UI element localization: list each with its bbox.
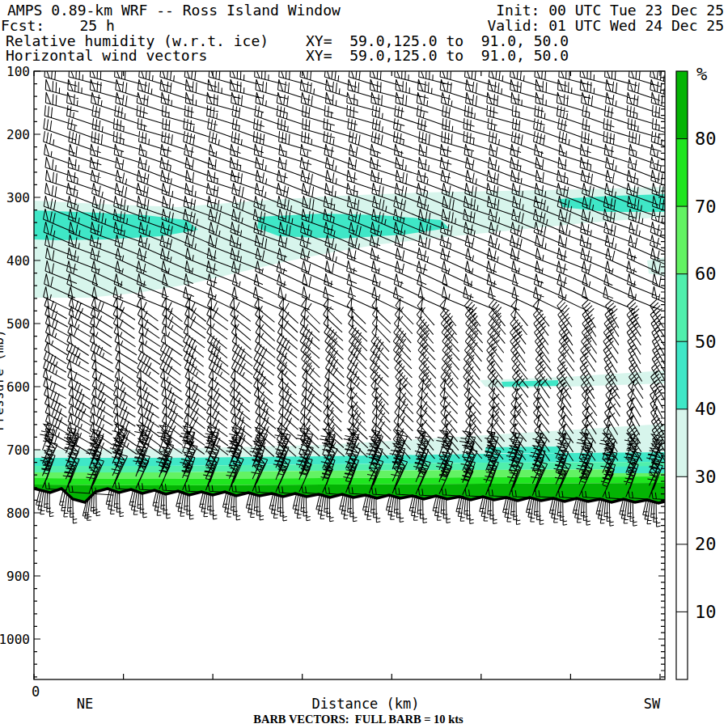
colorbar-segment [676, 341, 688, 409]
y-tick-label: 600 [6, 379, 30, 395]
colorbar-tick-label: 30 [695, 467, 717, 487]
axes-layer: 1002003004005006007008009001000 [0, 64, 665, 680]
y-tick-label: 700 [6, 442, 30, 458]
y-tick-label: 1000 [0, 632, 30, 647]
model-title: AMPS 0.89-km WRF -- Ross Island Window [7, 2, 341, 19]
y-tick-label: 200 [6, 127, 30, 142]
colorbar-tick-label: 80 [695, 129, 717, 149]
y-tick-label: 900 [6, 569, 30, 584]
pressure-axis-label: Pressure (mb) [0, 329, 6, 430]
colorbar-segment [676, 274, 688, 342]
colorbar-segment [676, 409, 688, 477]
footer-block: 0 NE Distance (km) SW BARB VECTORS: FULL… [32, 684, 661, 726]
init-time: Init: 00 UTC Tue 23 Dec 25 [496, 2, 724, 19]
colorbar-tick-label: 70 [695, 197, 717, 217]
colorbar-segment [676, 544, 688, 612]
axis-ticks [34, 71, 665, 679]
y-tick-label: 400 [6, 253, 30, 269]
y-tick-label: 800 [6, 506, 30, 521]
y-tick-label: 100 [6, 64, 30, 79]
colorbar-unit-label: % [696, 64, 707, 84]
forecast-hour: Fcst: 25 h [1, 17, 115, 34]
plot-frame [34, 71, 665, 679]
x-origin-tick-label: 0 [32, 684, 40, 700]
colorbar-tick-label: 50 [695, 332, 717, 352]
colorbar-tick-label: 40 [695, 399, 717, 419]
right-end-label: SW [644, 696, 661, 712]
y-tick-label: 300 [6, 190, 30, 205]
amps-wrf-cross-section-plot: AMPS 0.89-km WRF -- Ross Island Window I… [0, 0, 728, 728]
xy-range-2: XY= 59.0,125.0 to 91.0, 50.0 [306, 47, 569, 64]
colorbar-segment [676, 206, 688, 274]
colorbar-tick-label: 60 [695, 264, 717, 284]
colorbar-segment [676, 71, 688, 139]
colorbar-tick-label: 20 [695, 534, 717, 554]
barb-legend-caption: BARB VECTORS: FULL BARB = 10 kts [253, 713, 463, 726]
y-tick-label: 500 [6, 316, 30, 332]
colorbar-tick-label: 10 [695, 602, 717, 622]
rh-colorbar: 1020304050607080 [676, 71, 717, 679]
colorbar-segment [676, 612, 688, 679]
header-block: AMPS 0.89-km WRF -- Ross Island Window I… [1, 2, 724, 64]
vector-name: Horizontal wind vectors [6, 47, 207, 64]
left-end-label: NE [77, 696, 93, 712]
plot-canvas: AMPS 0.89-km WRF -- Ross Island Window I… [0, 0, 728, 728]
colorbar-segment [676, 476, 688, 544]
colorbar-segment [676, 139, 688, 207]
valid-time: Valid: 01 UTC Wed 24 Dec 25 [487, 17, 724, 34]
x-axis-label: Distance (km) [311, 696, 419, 712]
